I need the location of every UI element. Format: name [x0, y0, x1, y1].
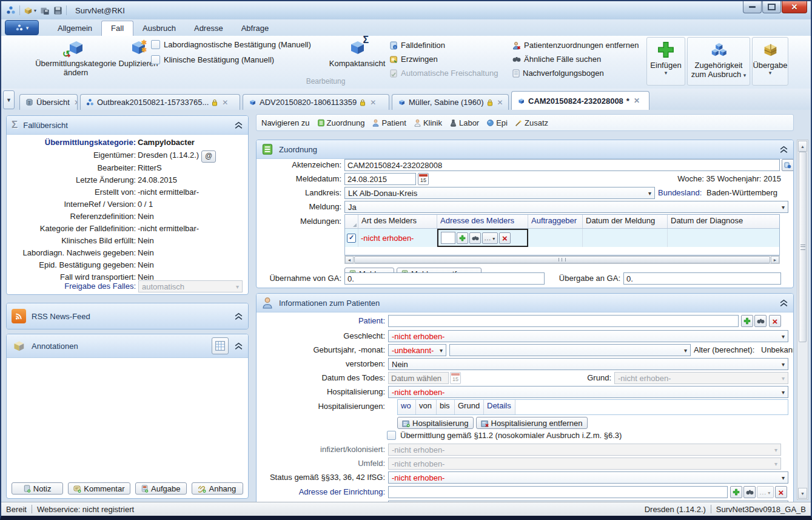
doc-tab-adv[interactable]: ADV20150820-1806113359 ✕ — [243, 94, 389, 110]
close-tab-icon[interactable]: ✕ — [634, 96, 640, 105]
clear-patient-button[interactable]: × — [769, 315, 781, 327]
change-category-button[interactable]: ↺ ➜ Übermittlungskategorie ändern — [33, 38, 119, 77]
tab-abfrage[interactable]: Abfrage — [232, 21, 278, 36]
col-auftraggeber[interactable]: Auftraggeber — [528, 215, 583, 228]
meldungen-hscrollbar[interactable]: ◄ ► — [344, 255, 780, 264]
navlink-patient[interactable]: Patient — [372, 118, 406, 127]
scroll-up-arrow[interactable]: ▲ — [798, 141, 807, 152]
row-select-cell[interactable] — [345, 229, 358, 247]
falldefinition-button[interactable]: i Falldefinition — [389, 41, 445, 50]
zuordnung-header[interactable]: Zuordnung — [257, 140, 793, 159]
close-tab-icon[interactable]: ✕ — [74, 98, 78, 107]
main-vscrollbar[interactable]: ▲ ▼ — [797, 140, 808, 500]
close-tab-icon[interactable]: ✕ — [222, 98, 228, 107]
scroll-right-arrow[interactable]: ► — [771, 256, 779, 263]
scroll-left-arrow[interactable]: ◄ — [345, 256, 354, 263]
aktenzeichen-tool-button[interactable] — [782, 159, 794, 171]
tab-list-dropdown-button[interactable]: ▼ — [3, 90, 15, 109]
tab-allgemein[interactable]: Allgemein — [49, 21, 101, 36]
nachverfolgungsbogen-button[interactable]: Nachverfolgungsbogen — [512, 69, 604, 78]
close-button[interactable]: ✕ — [782, 1, 807, 13]
search-einrichtung-button[interactable] — [743, 486, 756, 498]
collapse-icon[interactable] — [234, 342, 243, 350]
navlink-klinik[interactable]: Klinik — [414, 118, 442, 127]
insert-button[interactable]: Einfügen ▾ — [646, 37, 685, 86]
search-patient-button[interactable] — [754, 315, 767, 327]
auftraggeber-cell[interactable] — [528, 229, 583, 247]
vscroll-thumb[interactable] — [799, 152, 807, 342]
col-wo[interactable]: wo — [398, 400, 416, 414]
doc-tab-outbreak[interactable]: Outbreak20150821-15733765... ✕ — [80, 94, 240, 110]
maximize-button[interactable] — [762, 1, 781, 13]
datum-meldung-cell[interactable] — [583, 229, 668, 247]
meldung-row[interactable]: -nicht erhoben- ... × — [345, 229, 779, 247]
remove-patient-assignments-button[interactable]: Patientenzuordnungen entfernen — [512, 41, 639, 50]
notiz-button[interactable]: Notiz — [12, 482, 63, 495]
geschlecht-dropdown[interactable]: -nicht erhoben- — [388, 330, 788, 342]
kommentar-button[interactable]: Kommentar — [68, 482, 130, 495]
uebernahme-input[interactable] — [344, 272, 545, 285]
collapse-icon[interactable] — [234, 121, 243, 129]
col-art-des-melders[interactable]: Art des Melders — [358, 215, 437, 228]
meldung-dropdown[interactable]: Ja — [344, 201, 788, 213]
owner-contact-button[interactable]: @ — [201, 150, 216, 163]
rss-header[interactable]: RSS News-Feed — [7, 303, 248, 329]
einrichtung-input[interactable] — [388, 486, 728, 498]
anhang-button[interactable]: Anhang — [192, 482, 243, 495]
checkbox-lab-confirmation[interactable]: Labordiagnostische Bestätigung (Manuell) — [151, 40, 311, 49]
add-einrichtung-button[interactable] — [730, 486, 742, 498]
collapse-icon[interactable] — [779, 146, 788, 154]
address-value-box[interactable] — [441, 232, 455, 244]
close-tab-icon[interactable]: ✕ — [497, 98, 503, 107]
doc-tab-mueller[interactable]: Müller, Sabine (1960) ✕ — [392, 94, 509, 110]
address-more-button[interactable]: ... — [482, 232, 498, 244]
checkbox-box[interactable] — [151, 40, 160, 49]
fallubersicht-header[interactable]: Σ Fallübersicht — [7, 116, 248, 135]
minimize-button[interactable] — [743, 1, 762, 13]
handover-button[interactable]: Übergabe ▾ — [752, 37, 788, 86]
row-checkbox[interactable] — [347, 234, 356, 243]
meldedatum-input[interactable] — [344, 173, 416, 185]
new-case-button[interactable]: ▾ — [24, 6, 36, 15]
checkbox-box[interactable] — [151, 55, 160, 64]
compact-view-button[interactable]: Σ Kompaktansicht — [324, 38, 390, 68]
patient-header[interactable]: Informationen zum Patienten — [257, 294, 793, 312]
uebergabe-input[interactable] — [623, 272, 781, 285]
col-grund[interactable]: Grund — [455, 400, 484, 414]
aktenzeichen-input[interactable] — [344, 159, 780, 171]
adresse-des-melders-cell[interactable]: ... × — [437, 229, 528, 247]
col-datum-der-diagnose[interactable]: Datum der Diagnose — [668, 215, 779, 228]
application-menu-button[interactable]: ▾ — [5, 20, 39, 35]
status-ifsg-dropdown[interactable]: -nicht erhoben- — [388, 471, 788, 484]
collapse-icon[interactable] — [234, 312, 243, 320]
hospitalisierung-dropdown[interactable]: -nicht erhoben- — [388, 386, 788, 398]
col-details[interactable]: Details — [484, 400, 515, 414]
tab-fall[interactable]: Fall — [101, 21, 133, 36]
col-adresse-des-melders[interactable]: Adresse des Melders — [437, 215, 528, 228]
grid-view-button[interactable] — [212, 337, 229, 354]
aufgabe-button[interactable]: Aufgabe — [135, 482, 187, 495]
save-button[interactable] — [53, 6, 62, 15]
landkreis-dropdown[interactable]: LK Alb-Donau-Kreis — [344, 187, 655, 199]
search-similar-cases-button[interactable]: Ähnliche Fälle suchen — [512, 55, 601, 64]
navlink-zuordnung[interactable]: Zuordnung — [317, 118, 365, 127]
clear-einrichtung-button[interactable]: × — [775, 486, 787, 498]
add-address-button[interactable] — [457, 232, 468, 244]
col-von[interactable]: von — [416, 400, 437, 414]
save-as-button[interactable] — [40, 6, 50, 15]
close-tab-icon[interactable]: ✕ — [370, 98, 376, 107]
remove-hospitalisierung-button[interactable]: Hospitalisierung entfernen — [476, 417, 588, 429]
annotations-header[interactable]: Annotationen — [7, 334, 248, 358]
tab-ausbruch[interactable]: Ausbruch — [133, 21, 185, 36]
search-address-button[interactable] — [469, 232, 481, 244]
geburtsjahr-dropdown[interactable]: -unbekannt- — [388, 344, 446, 356]
clear-address-button[interactable]: × — [499, 232, 511, 244]
checkbox-nosokomial[interactable]: Übermittlung gemäß §11.2 (nosokomialer A… — [387, 431, 622, 440]
art-des-melders-cell[interactable]: -nicht erhoben- — [358, 229, 437, 247]
checkbox-clinical-confirmation[interactable]: Klinische Bestätigung (Manuell) — [151, 55, 274, 64]
collapse-icon[interactable] — [779, 299, 788, 307]
verstorben-dropdown[interactable]: Nein — [388, 358, 788, 370]
add-hospitalisierung-button[interactable]: Hospitalisierung — [397, 417, 474, 429]
meldedatum-calendar-button[interactable]: 15 — [418, 173, 429, 185]
navlink-zusatz[interactable]: Zusatz — [515, 118, 548, 127]
